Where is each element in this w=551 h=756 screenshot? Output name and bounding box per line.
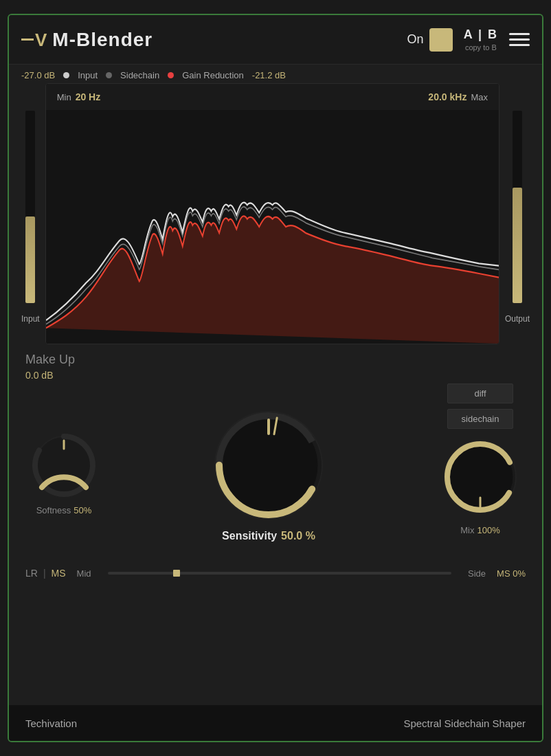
center-controls: Sensitivity 50.0 % — [207, 403, 330, 542]
makeup-section: Make Up 0.0 dB — [9, 344, 542, 383]
max-khz-value: 20.0 kHz — [428, 91, 466, 102]
mix-knob-svg — [439, 436, 521, 518]
menu-line-2 — [509, 38, 530, 41]
input-meter-label: Input — [21, 314, 40, 324]
meters-section: -27.0 dB Input Sidechain Gain Reduction … — [9, 65, 542, 83]
output-vu-meter — [513, 111, 522, 303]
sidechain-dot-icon — [106, 72, 112, 78]
makeup-title: Make Up — [25, 353, 526, 367]
header: V M-Blender On A | B copy to B — [9, 15, 542, 65]
plugin-container: V M-Blender On A | B copy to B -27.0 dB … — [8, 14, 543, 742]
gain-reduction-dot-icon — [168, 72, 174, 78]
sensitivity-value: 50.0 % — [281, 530, 315, 542]
menu-line-1 — [509, 33, 530, 35]
header-controls: On A | B copy to B — [407, 27, 530, 52]
lrms-section: LR | MS Mid Side MS 0% — [9, 562, 542, 584]
output-db-label: -21.2 dB — [252, 70, 286, 80]
output-meter-label: Output — [505, 314, 530, 324]
min-hz-value: 20 Hz — [76, 91, 101, 102]
logo-dash-icon — [21, 38, 34, 41]
right-controls: diff sidechain Mix 100% — [439, 411, 521, 535]
controls-section: Softness 50% — [9, 383, 542, 562]
input-vu-meter — [25, 111, 35, 303]
gain-reduction-label: Gain Reduction — [182, 70, 244, 80]
max-freq-label: 20.0 kHz Max — [428, 91, 488, 102]
lr-ms-divider: | — [43, 568, 46, 579]
input-vu-fill — [25, 216, 35, 303]
sensitivity-knob-svg — [207, 403, 330, 527]
lr-ms-toggle[interactable]: LR | MS — [25, 568, 66, 579]
output-vu-fill — [513, 188, 522, 303]
brand-label: Techivation — [25, 718, 77, 729]
spectrum-canvas[interactable] — [46, 110, 499, 344]
on-toggle[interactable]: On — [407, 28, 453, 52]
ab-section[interactable]: A | B copy to B — [464, 27, 498, 52]
plugin-title: M-Blender — [52, 29, 153, 51]
spectrum-area: Input Min 20 Hz 20.0 kHz Max — [9, 83, 542, 344]
softness-value: 50% — [74, 505, 91, 515]
menu-line-3 — [509, 44, 530, 46]
sidechain-label: Sidechain — [120, 70, 159, 80]
mix-knob[interactable] — [439, 436, 521, 518]
on-label: On — [407, 32, 424, 47]
sensitivity-label: Sensitivity — [222, 530, 277, 542]
input-label: Input — [78, 70, 98, 80]
right-buttons: diff sidechain — [447, 383, 514, 429]
spectrum-header: Min 20 Hz 20.0 kHz Max — [46, 84, 499, 110]
ms-label: MS — [52, 568, 66, 579]
ms-value: MS 0% — [497, 568, 526, 579]
sidechain-button[interactable]: sidechain — [447, 409, 514, 429]
softness-label: Softness — [36, 505, 71, 515]
mix-value: 100% — [477, 525, 499, 535]
slider-thumb — [173, 570, 180, 577]
side-label: Side — [468, 568, 486, 579]
softness-knob-container: Softness 50% — [30, 431, 98, 515]
ab-label: A | B — [464, 27, 498, 42]
footer: Techivation Spectral Sidechain Shaper — [9, 705, 542, 741]
mix-label: Mix — [460, 525, 474, 535]
sensitivity-knob[interactable] — [207, 403, 330, 527]
spectrum-display[interactable]: Min 20 Hz 20.0 kHz Max — [45, 83, 499, 344]
spectrum-svg — [46, 110, 499, 344]
lr-label: LR — [25, 568, 38, 579]
softness-knob-svg — [30, 431, 98, 500]
mid-side-slider[interactable] — [108, 572, 452, 575]
logo-area: V M-Blender — [21, 29, 407, 51]
logo-icon: V — [21, 31, 47, 49]
input-dot-icon — [63, 72, 69, 78]
input-db-label: -27.0 dB — [21, 70, 55, 80]
copy-to-b-label: copy to B — [465, 43, 497, 52]
makeup-value: 0.0 dB — [25, 370, 526, 381]
softness-knob[interactable] — [30, 431, 98, 500]
input-meter-section: Input — [21, 83, 40, 344]
menu-button[interactable] — [509, 33, 530, 46]
diff-button[interactable]: diff — [447, 383, 514, 403]
min-text: Min — [57, 92, 71, 102]
logo-v-icon: V — [35, 31, 47, 49]
output-meter-section: Output — [505, 83, 530, 344]
product-label: Spectral Sidechain Shaper — [403, 718, 526, 729]
on-button[interactable] — [429, 28, 453, 52]
min-freq-label: Min 20 Hz — [57, 91, 101, 102]
mid-label: Mid — [77, 568, 91, 579]
max-text: Max — [471, 92, 488, 102]
